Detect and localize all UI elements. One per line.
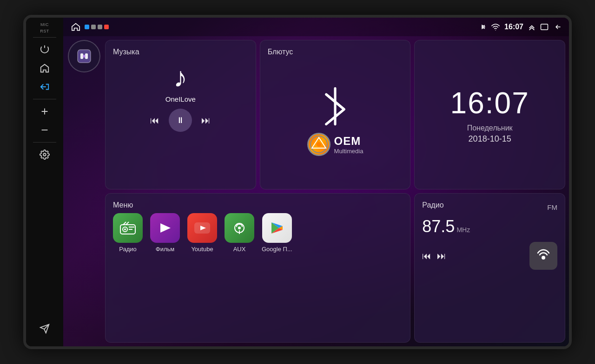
aux-app-label: AUX xyxy=(233,246,246,253)
home-button[interactable] xyxy=(36,60,53,77)
bluetooth-card-title: Блютус xyxy=(268,48,293,56)
app-item-google-play[interactable]: Google П... xyxy=(262,213,292,253)
oem-logo: OEM Multimedia xyxy=(307,133,364,156)
radio-signal-button[interactable] xyxy=(529,242,557,270)
svg-marker-17 xyxy=(160,223,171,233)
radio-frequency-display: 87.5 MHz xyxy=(422,215,557,238)
clock-date-display: 2018-10-15 xyxy=(469,134,511,144)
oem-nav-icon xyxy=(310,135,328,154)
app-item-film[interactable]: Фильм xyxy=(150,213,180,253)
bluetooth-card: Блютус xyxy=(260,40,411,189)
film-app-icon xyxy=(150,213,180,243)
dot-blue xyxy=(85,25,89,29)
film-app-label: Фильм xyxy=(156,246,174,253)
recents-icon xyxy=(540,23,549,31)
bluetooth-icon xyxy=(480,23,487,31)
radio-signal-icon xyxy=(536,248,551,263)
clock-day-display: Понедельник xyxy=(467,124,513,132)
youtube-app-icon xyxy=(187,213,217,243)
app-item-aux[interactable]: AUX xyxy=(225,213,254,253)
svg-rect-4 xyxy=(541,24,548,30)
dot-green xyxy=(91,25,96,29)
svg-point-22 xyxy=(238,227,241,229)
radio-card-title: Радио xyxy=(422,201,443,209)
svg-point-0 xyxy=(43,153,46,156)
oem-text-container: OEM Multimedia xyxy=(334,135,364,155)
settings-button[interactable] xyxy=(36,146,53,163)
side-divider-2 xyxy=(33,99,56,99)
volume-down-button[interactable] xyxy=(36,122,53,138)
music-prev-button[interactable]: ⏮ xyxy=(150,115,159,126)
svg-point-11 xyxy=(317,142,321,147)
radio-freq-value: 87.5 xyxy=(422,217,455,236)
screen-home-icon xyxy=(71,23,81,31)
device-frame: MIC RST xyxy=(23,15,572,349)
status-time: 16:07 xyxy=(504,23,523,31)
back-button[interactable] xyxy=(36,78,53,95)
clock-time-display: 16:07 xyxy=(450,86,529,120)
svg-marker-3 xyxy=(72,24,79,31)
music-track-name: OneILove xyxy=(113,95,248,103)
radio-header: Радио FM xyxy=(422,201,557,213)
google-play-icon-svg xyxy=(270,221,284,235)
radio-prev-button[interactable]: ⏮ xyxy=(422,251,431,261)
clock-card: 16:07 Понедельник 2018-10-15 xyxy=(414,40,565,189)
music-card: Музыка ♪ OneILove ⏮ ⏸ ⏭ xyxy=(105,40,256,189)
music-play-pause-button[interactable]: ⏸ xyxy=(169,109,192,132)
youtube-app-label: Youtube xyxy=(191,246,213,253)
radio-app-label: Радио xyxy=(119,246,137,253)
radio-card: Радио FM 87.5 MHz ⏮ ⏭ xyxy=(414,193,565,343)
notification-dots xyxy=(85,25,109,29)
dot-gray xyxy=(98,25,102,29)
oem-circle-icon xyxy=(307,133,331,156)
app-item-youtube[interactable]: Youtube xyxy=(187,213,217,253)
radio-unit: MHz xyxy=(456,226,470,234)
radio-next-button[interactable]: ⏭ xyxy=(437,251,446,261)
menu-apps-container: Радио Фильм xyxy=(113,209,403,253)
bluetooth-icon-container: OEM Multimedia xyxy=(268,60,403,182)
wifi-icon xyxy=(491,23,500,31)
rst-label: RST xyxy=(40,29,49,33)
bluetooth-symbol xyxy=(317,85,354,127)
main-screen: 16:07 xyxy=(63,18,569,346)
side-divider-1 xyxy=(33,37,56,38)
menu-card: Меню xyxy=(105,193,410,343)
radio-band: FM xyxy=(547,203,557,211)
side-divider-3 xyxy=(33,142,56,143)
side-panel: MIC RST xyxy=(26,18,63,346)
aux-icon-svg xyxy=(231,221,248,235)
content-area: Музыка ♪ OneILove ⏮ ⏸ ⏭ Блютус xyxy=(63,36,569,346)
google-play-app-icon xyxy=(262,213,292,243)
status-right: 16:07 xyxy=(480,23,562,31)
back-nav-icon xyxy=(553,23,562,31)
status-left xyxy=(71,23,109,31)
radio-icon-svg xyxy=(119,221,136,235)
youtube-icon-svg xyxy=(194,222,211,234)
music-next-button[interactable]: ⏭ xyxy=(201,115,211,126)
dot-red xyxy=(104,25,109,29)
oem-brand-name: OEM xyxy=(334,135,364,148)
volume-up-button[interactable] xyxy=(36,103,53,120)
aux-app-icon xyxy=(225,213,254,243)
chevron-up-icon xyxy=(528,24,536,30)
music-controls: ⏮ ⏸ ⏭ xyxy=(113,109,248,132)
app-item-radio[interactable]: Радио xyxy=(113,213,143,253)
music-card-title: Музыка xyxy=(113,48,139,56)
mic-label: MIC xyxy=(40,22,49,27)
menu-card-title: Меню xyxy=(113,201,133,209)
film-icon-svg xyxy=(157,221,173,235)
svg-point-14 xyxy=(124,228,126,230)
oem-sub-name: Multimedia xyxy=(334,148,364,155)
svg-point-23 xyxy=(542,256,545,260)
music-icon: ♪ xyxy=(113,64,248,91)
nav-button[interactable] xyxy=(36,320,53,337)
radio-controls: ⏮ ⏭ xyxy=(422,242,557,270)
google-play-app-label: Google П... xyxy=(262,246,292,253)
radio-app-icon xyxy=(113,213,143,243)
status-bar: 16:07 xyxy=(63,18,569,36)
power-button[interactable] xyxy=(36,41,53,58)
